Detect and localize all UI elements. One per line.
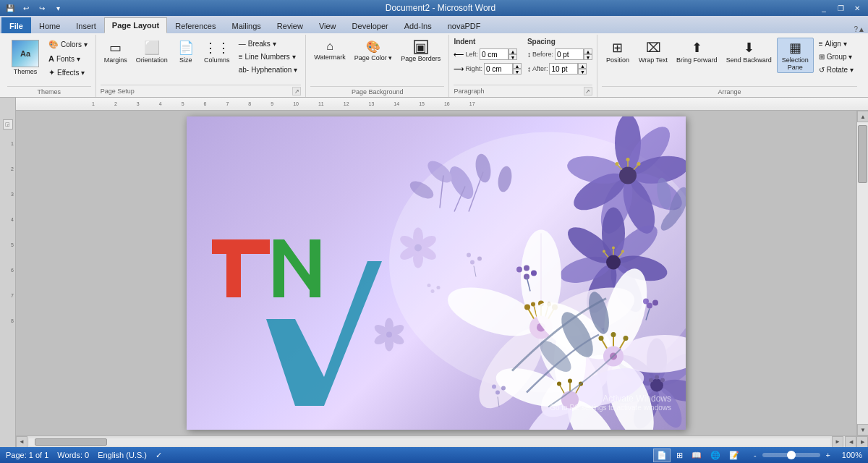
tab-novapdf[interactable]: novaPDF bbox=[440, 17, 489, 33]
redo-quick-btn[interactable]: ↪ bbox=[35, 1, 49, 14]
tab-file[interactable]: File bbox=[1, 17, 31, 33]
tab-home[interactable]: Home bbox=[31, 17, 68, 33]
page-borders-btn[interactable]: ▣ Page Borders bbox=[397, 38, 444, 65]
position-btn[interactable]: ⊞ Position bbox=[602, 38, 634, 67]
view-fullscreen-btn[interactable]: ⊞ bbox=[673, 449, 686, 462]
view-normal-btn[interactable]: 📄 bbox=[653, 449, 671, 462]
themes-group-label: Themes bbox=[7, 86, 91, 95]
zoom-plus-btn[interactable]: + bbox=[823, 450, 833, 460]
indent-right-up[interactable]: ▲ bbox=[513, 63, 522, 69]
qa-dropdown-btn[interactable]: ▾ bbox=[51, 1, 65, 14]
scroll-thumb-v[interactable] bbox=[858, 125, 867, 183]
breaks-btn[interactable]: — Breaks ▾ bbox=[235, 38, 301, 50]
page-container[interactable]: Activate Windows Go to PC settings to ac… bbox=[16, 111, 856, 436]
selection-pane-btn[interactable]: ▦ SelectionPane bbox=[777, 38, 814, 73]
page-setup-expand[interactable]: ↗ bbox=[292, 87, 301, 95]
window-title: Document2 - Microsoft Word bbox=[65, 3, 816, 13]
left-margin-marker: ◲ 1 2 3 4 5 6 7 8 bbox=[0, 98, 16, 447]
svg-point-23 bbox=[616, 162, 619, 166]
next-page-btn[interactable]: ▶ bbox=[856, 436, 868, 448]
indent-right-down[interactable]: ▼ bbox=[513, 69, 522, 75]
ribbon-minimize-btn[interactable]: ▲ bbox=[858, 25, 865, 33]
view-web-btn[interactable]: 🌐 bbox=[707, 449, 723, 462]
minimize-btn[interactable]: _ bbox=[816, 1, 832, 14]
page-color-btn[interactable]: 🎨 Page Color ▾ bbox=[351, 38, 396, 64]
spacing-after-input[interactable] bbox=[549, 63, 578, 75]
zoom-level[interactable]: 100% bbox=[836, 451, 862, 459]
hyphenation-btn[interactable]: ab- Hyphenation ▾ bbox=[235, 64, 301, 76]
svg-point-130 bbox=[492, 385, 496, 389]
scroll-track-v[interactable] bbox=[857, 122, 868, 424]
group-btn[interactable]: ⊞ Group ▾ bbox=[815, 51, 857, 63]
tab-addins[interactable]: Add-Ins bbox=[396, 17, 440, 33]
tab-pagelayout[interactable]: Page Layout bbox=[104, 17, 167, 33]
page-scroll-area: Activate Windows Go to PC settings to ac… bbox=[16, 111, 868, 436]
bottom-scrollbar[interactable]: ◄ ► ◀ ▶ bbox=[16, 436, 868, 447]
effects-btn[interactable]: ✦ Effects ▾ bbox=[45, 66, 91, 80]
bring-forward-btn[interactable]: ⬆ Bring Forward bbox=[673, 38, 721, 67]
close-btn[interactable]: ✕ bbox=[849, 1, 865, 14]
align-btn[interactable]: ≡ Align ▾ bbox=[815, 38, 857, 50]
indent-right-input[interactable] bbox=[484, 63, 513, 75]
spacing-before-input[interactable] bbox=[555, 48, 584, 60]
indent-left-input[interactable] bbox=[480, 48, 509, 60]
indent-left-up[interactable]: ▲ bbox=[509, 48, 517, 54]
spacing-before-down[interactable]: ▼ bbox=[584, 54, 592, 60]
watermark-btn[interactable]: ⌂ Watermark bbox=[310, 38, 349, 64]
scroll-down-arrow[interactable]: ▼ bbox=[857, 424, 868, 436]
margins-btn[interactable]: ▭ Margins bbox=[101, 38, 131, 67]
svg-rect-133 bbox=[226, 239, 241, 297]
svg-point-76 bbox=[611, 332, 616, 337]
restore-btn[interactable]: ❐ bbox=[833, 1, 848, 14]
send-backward-label: Send Backward bbox=[726, 56, 772, 64]
orientation-icon: ⬜ bbox=[144, 40, 160, 56]
undo-quick-btn[interactable]: ↩ bbox=[19, 1, 33, 14]
tab-developer[interactable]: Developer bbox=[344, 17, 396, 33]
colors-label: Colors ▾ bbox=[61, 41, 88, 48]
zoom-slider[interactable] bbox=[762, 453, 820, 457]
tab-insert[interactable]: Insert bbox=[68, 17, 104, 33]
spacing-before-up[interactable]: ▲ bbox=[584, 48, 592, 54]
svg-point-22 bbox=[637, 162, 641, 166]
svg-point-97 bbox=[516, 267, 522, 273]
themes-group-content: Aa Themes 🎨 Colors ▾ A Fonts ▾ ✦ Effects… bbox=[7, 36, 91, 85]
scroll-thumb-h[interactable] bbox=[35, 438, 107, 446]
colors-btn[interactable]: 🎨 Colors ▾ bbox=[45, 38, 91, 51]
save-quick-btn[interactable]: 💾 bbox=[3, 1, 17, 14]
svg-point-102 bbox=[643, 299, 649, 305]
page-info[interactable]: Page: 1 of 1 bbox=[6, 451, 48, 459]
tab-references[interactable]: References bbox=[167, 17, 224, 33]
view-reader-btn[interactable]: 📖 bbox=[689, 449, 705, 462]
scroll-right-arrow[interactable]: ► bbox=[832, 436, 843, 448]
indent-left-down[interactable]: ▼ bbox=[509, 54, 517, 60]
right-scrollbar[interactable]: ▲ ▼ bbox=[856, 111, 868, 436]
line-numbers-btn[interactable]: ≡ Line Numbers ▾ bbox=[235, 51, 301, 63]
language[interactable]: English (U.S.) bbox=[98, 451, 147, 459]
tab-review[interactable]: Review bbox=[269, 17, 311, 33]
view-draft-btn[interactable]: 📝 bbox=[726, 449, 742, 462]
page-setup-group: ▭ Margins ⬜ Orientation 📄 Size ⋮⋮ Column… bbox=[96, 35, 306, 97]
svg-point-36 bbox=[621, 250, 624, 253]
tab-view[interactable]: View bbox=[311, 17, 344, 33]
size-btn[interactable]: 📄 Size bbox=[173, 38, 199, 67]
spacing-before-row: ↕ Before: ▲ ▼ bbox=[527, 48, 592, 61]
columns-btn[interactable]: ⋮⋮ Columns bbox=[200, 38, 234, 67]
word-count[interactable]: Words: 0 bbox=[57, 451, 89, 459]
fonts-btn[interactable]: A Fonts ▾ bbox=[45, 52, 91, 65]
spacing-after-down[interactable]: ▼ bbox=[578, 69, 587, 75]
rotate-btn[interactable]: ↺ Rotate ▾ bbox=[815, 64, 857, 76]
orientation-btn[interactable]: ⬜ Orientation bbox=[132, 38, 171, 67]
send-backward-btn[interactable]: ⬇ Send Backward bbox=[723, 38, 775, 67]
status-bar: Page: 1 of 1 Words: 0 English (U.S.) ✓ 📄… bbox=[0, 447, 868, 463]
scroll-up-arrow[interactable]: ▲ bbox=[857, 111, 868, 122]
zoom-minus-btn[interactable]: - bbox=[751, 450, 760, 460]
paragraph-expand[interactable]: ↗ bbox=[584, 87, 592, 95]
spacing-after-up[interactable]: ▲ bbox=[578, 63, 587, 69]
scroll-left-arrow[interactable]: ◄ bbox=[16, 436, 27, 448]
themes-large-btn[interactable]: Aa Themes bbox=[7, 38, 43, 78]
prev-page-btn[interactable]: ◀ bbox=[845, 436, 856, 448]
tab-mailings[interactable]: Mailings bbox=[224, 17, 268, 33]
scroll-track-h[interactable] bbox=[29, 438, 830, 446]
proofing-icon[interactable]: ✓ bbox=[156, 451, 162, 460]
wrap-text-btn[interactable]: ⌧ Wrap Text bbox=[635, 38, 671, 67]
